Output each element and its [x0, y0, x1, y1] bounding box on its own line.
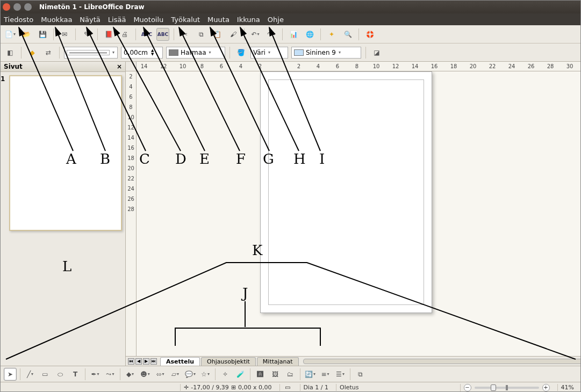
- zoom-in-icon[interactable]: +: [542, 384, 550, 391]
- edit-points-button[interactable]: ✧: [219, 368, 232, 381]
- rect-tool-button[interactable]: ▭: [39, 368, 52, 381]
- tab-dimensions[interactable]: Mittajanat: [257, 357, 299, 366]
- callouts-button[interactable]: 💬▾: [184, 368, 197, 381]
- shadow-button[interactable]: ◪: [370, 46, 383, 59]
- copy-button[interactable]: ⧉: [195, 28, 207, 41]
- page-thumb-number: 1: [1, 75, 5, 83]
- menu-modify[interactable]: Muuta: [207, 16, 229, 24]
- gluepoints-button[interactable]: 🧪: [234, 368, 247, 381]
- line-width-spinner[interactable]: 0,00cm ▲▼: [121, 47, 163, 59]
- text-tool-button[interactable]: T: [69, 368, 82, 381]
- pages-panel-close-icon[interactable]: ×: [117, 63, 122, 70]
- autospell-button[interactable]: ABC: [156, 28, 169, 41]
- print-button[interactable]: 🖨: [118, 28, 131, 41]
- tab-prev-icon[interactable]: ◀: [135, 358, 142, 365]
- chart-button[interactable]: 📊: [287, 28, 300, 41]
- status-coords: ✛ -17,00 / 9,39 ⊞ 0,00 x 0,00: [180, 384, 275, 391]
- cut-button[interactable]: ✂: [178, 28, 191, 41]
- horizontal-ruler[interactable]: 1412108642246810121416182022242628303234: [126, 62, 581, 71]
- status-slide: Dia 1 / 1: [300, 384, 332, 391]
- menu-insert[interactable]: Lisää: [108, 16, 126, 24]
- export-pdf-button[interactable]: 📕: [102, 28, 115, 41]
- edit-doc-button[interactable]: ✎: [80, 28, 93, 41]
- drawing-toolbar: ➤ ╱▾ ▭ ⬭ T ✒▾ ⤳▾ ◆▾ ☻▾ ⬄▾ ▱▾ 💬▾ ☆▾ ✧ 🧪 🅰…: [1, 366, 580, 382]
- layer-tab-row: ⏮ ◀ ▶ ⏭ Asettelu Ohjausobjektit Mittajan…: [126, 356, 581, 366]
- zoom-button[interactable]: 🔍: [341, 28, 354, 41]
- page-thumbnail[interactable]: 1: [9, 75, 122, 231]
- window-maximize-icon[interactable]: [24, 3, 32, 11]
- rotate-button[interactable]: 🔄▾: [304, 368, 317, 381]
- zoom-controls[interactable]: − +: [460, 384, 553, 391]
- flowchart-button[interactable]: ▱▾: [169, 368, 182, 381]
- line-style-combo[interactable]: ▾: [64, 47, 118, 59]
- block-arrows-button[interactable]: ⬄▾: [154, 368, 167, 381]
- tab-first-icon[interactable]: ⏮: [128, 358, 134, 365]
- insert-image-button[interactable]: 🖼: [269, 368, 282, 381]
- clone-format-button[interactable]: 🖌: [227, 28, 240, 41]
- menu-format[interactable]: Muotoilu: [133, 16, 163, 24]
- menu-help[interactable]: Ohje: [268, 16, 284, 24]
- canvas[interactable]: [137, 71, 581, 356]
- line-color-combo[interactable]: Harmaa ▾: [166, 47, 225, 59]
- gallery-button[interactable]: 🗂: [284, 368, 297, 381]
- curve-tool-button[interactable]: ✒▾: [89, 368, 102, 381]
- crosshair-icon: ✛: [184, 384, 189, 391]
- new-doc-button[interactable]: 📄▾: [4, 28, 17, 41]
- stars-button[interactable]: ☆▾: [199, 368, 212, 381]
- spellcheck-button[interactable]: ABC: [140, 28, 153, 41]
- align-button[interactable]: ≡▾: [319, 368, 332, 381]
- size-icon: ⊞: [231, 384, 236, 391]
- pages-thumb-area[interactable]: 1: [1, 72, 125, 366]
- email-button[interactable]: ✉: [58, 28, 71, 41]
- tab-last-icon[interactable]: ⏭: [150, 358, 157, 365]
- tab-layout[interactable]: Asettelu: [160, 357, 200, 366]
- menu-view[interactable]: Näytä: [80, 16, 100, 24]
- open-button[interactable]: 📂: [20, 28, 33, 41]
- arrange-button[interactable]: ☰▾: [334, 368, 347, 381]
- window-close-icon[interactable]: [3, 3, 10, 11]
- basic-shapes-button[interactable]: ◆▾: [124, 368, 137, 381]
- zoom-out-icon[interactable]: −: [464, 384, 471, 391]
- fill-type-combo[interactable]: Väri ▾: [250, 47, 288, 59]
- drawing-area: 1412108642246810121416182022242628303234…: [126, 62, 581, 366]
- status-style[interactable]: Oletus: [336, 384, 362, 391]
- ellipse-tool-button[interactable]: ⬭: [54, 368, 67, 381]
- menu-tools[interactable]: Työkalut: [171, 16, 200, 24]
- window-title: Nimetön 1 - LibreOffice Draw: [39, 3, 145, 11]
- extrusion-button[interactable]: ⧉: [354, 368, 367, 381]
- titlebar: Nimetön 1 - LibreOffice Draw: [1, 1, 580, 13]
- arrows-button[interactable]: ⇄: [42, 46, 55, 59]
- standard-toolbar: 📄▾ 📂 💾 ✉ ✎ 📕 🖨 ABC ABC ✂ ⧉ 📋 🖌 ↶▾ ↷▾ 📊 🌐…: [1, 25, 580, 43]
- undo-button[interactable]: ↶▾: [249, 28, 262, 41]
- styles-button[interactable]: ◧: [4, 46, 17, 59]
- zoom-slider[interactable]: [475, 387, 539, 389]
- menu-file[interactable]: Tiedosto: [4, 16, 33, 24]
- paste-button[interactable]: 📋: [211, 28, 224, 41]
- drawing-page[interactable]: [260, 71, 432, 313]
- help-button[interactable]: 🛟: [363, 28, 376, 41]
- hyperlink-button[interactable]: 🌐: [303, 28, 316, 41]
- line-tool-button[interactable]: ╱▾: [24, 368, 37, 381]
- window-minimize-icon[interactable]: [13, 3, 21, 11]
- symbol-shapes-button[interactable]: ☻▾: [139, 368, 152, 381]
- area-dialog-button[interactable]: 🪣: [234, 46, 247, 59]
- menu-window[interactable]: Ikkuna: [237, 16, 260, 24]
- connector-tool-button[interactable]: ⤳▾: [104, 368, 117, 381]
- fill-color-combo[interactable]: Sininen 9 ▾: [291, 47, 361, 59]
- select-tool-button[interactable]: ➤: [4, 368, 17, 381]
- zoom-percent[interactable]: 41%: [557, 384, 577, 391]
- navigator-button[interactable]: ✦: [325, 28, 338, 41]
- h-scrollbar[interactable]: [303, 359, 581, 364]
- tab-controls[interactable]: Ohjausobjektit: [201, 357, 256, 366]
- pages-panel: Sivut × 1: [1, 62, 126, 366]
- fontwork-button[interactable]: 🅰: [254, 368, 267, 381]
- menubar: Tiedosto Muokkaa Näytä Lisää Muotoilu Ty…: [1, 13, 580, 25]
- glue-button[interactable]: ◆: [26, 46, 39, 59]
- save-button[interactable]: 💾: [36, 28, 49, 41]
- redo-button[interactable]: ↷▾: [265, 28, 278, 41]
- menu-edit[interactable]: Muokkaa: [41, 16, 72, 24]
- tab-next-icon[interactable]: ▶: [143, 358, 149, 365]
- main-body: Sivut × 1 141210864224681012141618202224…: [1, 62, 580, 366]
- status-sel-icon[interactable]: ▭: [279, 384, 296, 391]
- vertical-ruler[interactable]: 246810121416182022242628: [126, 71, 137, 356]
